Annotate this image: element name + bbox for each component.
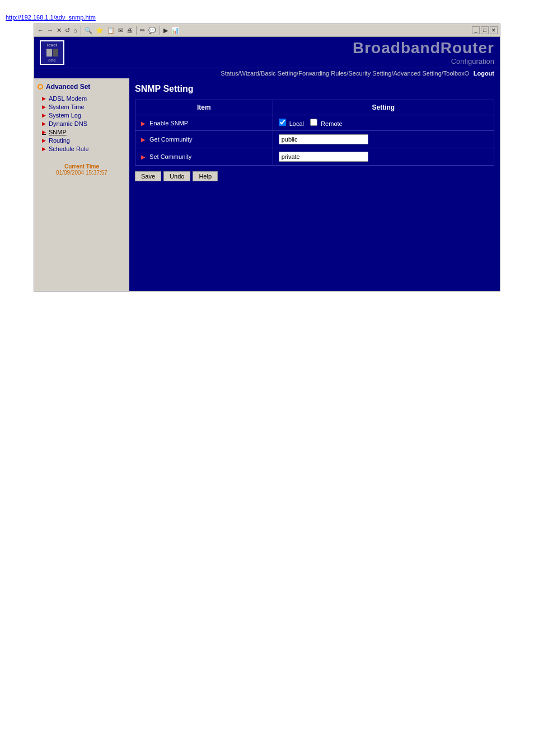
- save-button[interactable]: Save: [135, 171, 161, 181]
- current-time-value: 01/09/2004 15:37:57: [38, 170, 126, 176]
- help-button[interactable]: Help: [193, 171, 218, 181]
- router-header: level one BroadbandRouter Configuration: [34, 37, 500, 68]
- sidebar-item-adsl-modem[interactable]: ▶ ADSL Modem: [42, 95, 126, 102]
- logo-area: level one: [40, 40, 64, 65]
- table-row-get-community: ▶ Get Community: [135, 131, 494, 148]
- arrow-icon-adsl: ▶: [42, 96, 46, 101]
- messenger-button[interactable]: 📊: [170, 26, 180, 35]
- nav-advanced-setting[interactable]: Advanced Setting/: [394, 70, 443, 77]
- arrow-icon-ddns: ▶: [42, 121, 46, 126]
- set-community-item-cell: ▶ Set Community: [135, 148, 273, 166]
- header-subtitle: Configuration: [451, 57, 494, 65]
- undo-button[interactable]: Undo: [163, 171, 190, 181]
- logo-box: level one: [40, 40, 64, 65]
- sidebar-item-routing[interactable]: ▶ Routing: [42, 137, 126, 144]
- separator-2: [136, 26, 137, 35]
- main-layout: Advanced Set ▶ ADSL Modem ▶ System Time …: [34, 78, 500, 291]
- remote-checkbox[interactable]: [310, 119, 317, 126]
- window-controls: _ □ ✕: [472, 26, 498, 34]
- nav-status[interactable]: Status/: [221, 70, 240, 77]
- sidebar-item-system-time[interactable]: ▶ System Time: [42, 104, 126, 110]
- top-link[interactable]: http://192.168.1.1/adv_snmp.htm: [6, 14, 96, 21]
- discuss-button[interactable]: 💬: [147, 26, 157, 35]
- arrow-icon-routing: ▶: [42, 138, 46, 143]
- get-community-setting-cell: [273, 131, 494, 148]
- snmp-table: Item Setting ▶ Enable SNMP: [135, 100, 494, 166]
- sidebar-label-systime: System Time: [49, 104, 85, 110]
- browser-chrome: ← → ✕ ↺ ⌂ 🔍 ⭐ 📋 ✉ 🖨 ✏ 💬 ▶ 📊 _ □ ✕: [34, 24, 500, 292]
- snmp-page-title: SNMP Setting: [135, 84, 494, 94]
- print-button[interactable]: 🖨: [125, 26, 134, 34]
- logout-button[interactable]: Logout: [474, 70, 494, 77]
- forward-button[interactable]: →: [46, 26, 54, 34]
- home-button[interactable]: ⌂: [72, 26, 78, 34]
- sidebar-label-schedule: Schedule Rule: [49, 145, 89, 152]
- maximize-button[interactable]: □: [481, 26, 489, 34]
- favorites-button[interactable]: ⭐: [95, 26, 105, 35]
- sidebar-label-adsl: ADSL Modem: [49, 95, 87, 102]
- enable-snmp-setting-cell: Local Remote: [273, 115, 494, 131]
- router-frame: level one BroadbandRouter Configuration …: [34, 37, 500, 291]
- sidebar: Advanced Set ▶ ADSL Modem ▶ System Time …: [34, 78, 129, 291]
- row-arrow-set-community: ▶: [141, 154, 146, 160]
- sidebar-title: Advanced Set: [38, 83, 126, 91]
- local-label: Local: [289, 120, 304, 127]
- back-button[interactable]: ←: [36, 26, 45, 34]
- remote-label: Remote: [321, 120, 343, 127]
- set-community-setting-cell: [273, 148, 494, 166]
- nav-forwarding-rules[interactable]: Forwarding Rules/: [298, 70, 348, 77]
- sidebar-label-routing: Routing: [49, 137, 70, 144]
- arrow-icon-systime: ▶: [42, 104, 46, 110]
- logo-one-text: one: [48, 58, 55, 63]
- mail-button[interactable]: ✉: [117, 26, 124, 35]
- sidebar-item-snmp[interactable]: ▶ SNMP: [42, 129, 126, 135]
- logo-blocks: [46, 49, 58, 57]
- get-community-input[interactable]: [279, 134, 368, 144]
- table-row-set-community: ▶ Set Community: [135, 148, 494, 166]
- header-right: BroadbandRouter Configuration: [353, 39, 494, 65]
- arrow-icon-snmp: ▶: [42, 129, 46, 135]
- nav-wizard[interactable]: Wizard/: [240, 70, 261, 77]
- history-button[interactable]: 📋: [106, 26, 116, 35]
- separator-3: [160, 26, 160, 35]
- col-header-item: Item: [135, 100, 273, 115]
- set-community-label: Set Community: [149, 153, 191, 160]
- logo-block-2: [53, 49, 58, 57]
- logo-level-text: level: [47, 43, 57, 48]
- row-arrow-enable-snmp: ▶: [141, 120, 146, 126]
- current-time-area: Current Time 01/09/2004 15:37:57: [38, 163, 126, 176]
- close-button[interactable]: ✕: [490, 26, 498, 34]
- nav-basic-setting[interactable]: Basic Setting/: [261, 70, 298, 77]
- separator-1: [81, 26, 81, 35]
- sidebar-label-ddns: Dynamic DNS: [49, 120, 87, 127]
- table-row-enable-snmp: ▶ Enable SNMP Local Remote: [135, 115, 494, 131]
- top-link-area: http://192.168.1.1/adv_snmp.htm: [0, 11, 534, 24]
- sidebar-circle-icon: [38, 84, 43, 90]
- current-time-label: Current Time: [38, 163, 126, 170]
- enable-snmp-item-cell: ▶ Enable SNMP: [135, 115, 273, 131]
- sidebar-item-schedule-rule[interactable]: ▶ Schedule Rule: [42, 145, 126, 152]
- nav-security-setting[interactable]: Security Setting/: [348, 70, 393, 77]
- sidebar-item-system-log[interactable]: ▶ System Log: [42, 112, 126, 119]
- nav-bar: Status/ Wizard/ Basic Setting/ Forwardin…: [34, 68, 500, 78]
- stop-button[interactable]: ✕: [55, 26, 63, 35]
- refresh-button[interactable]: ↺: [64, 26, 71, 35]
- set-community-input[interactable]: [279, 152, 368, 162]
- nav-toolbox[interactable]: Toolbox: [443, 70, 465, 77]
- arrow-icon-syslog: ▶: [42, 112, 46, 118]
- search-button[interactable]: 🔍: [83, 26, 93, 35]
- local-checkbox[interactable]: [279, 119, 286, 126]
- content-area: SNMP Setting Item Setting: [129, 78, 500, 291]
- header-title: BroadbandRouter: [353, 39, 494, 57]
- button-row: Save Undo Help: [135, 171, 494, 181]
- edit-button[interactable]: ✏: [139, 26, 146, 35]
- row-arrow-get-community: ▶: [141, 137, 146, 143]
- col-header-setting: Setting: [273, 100, 494, 115]
- logo-block-1: [46, 49, 52, 57]
- minimize-button[interactable]: _: [472, 26, 480, 34]
- enable-snmp-label: Enable SNMP: [149, 120, 188, 126]
- get-community-item-cell: ▶ Get Community: [135, 131, 273, 148]
- sidebar-title-text: Advanced Set: [46, 83, 90, 91]
- sidebar-item-dynamic-dns[interactable]: ▶ Dynamic DNS: [42, 120, 126, 127]
- media-button[interactable]: ▶: [162, 26, 169, 35]
